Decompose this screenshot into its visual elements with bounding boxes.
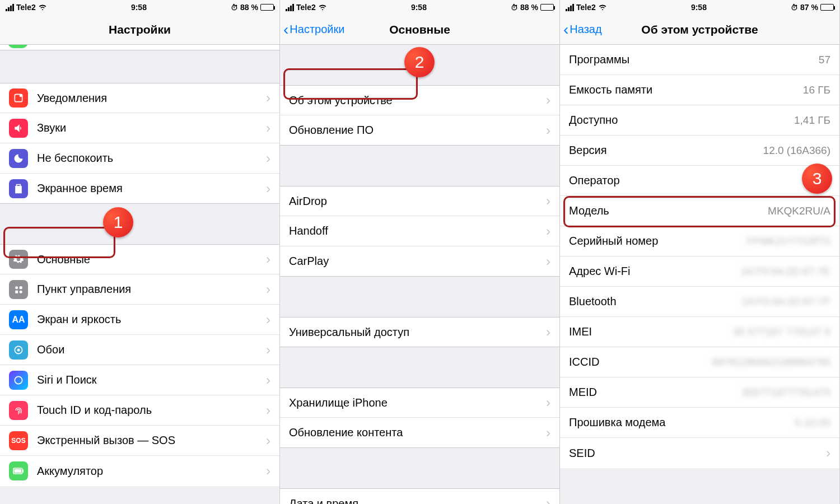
chevron-right-icon: › (546, 324, 550, 340)
nav-title: Основные (389, 23, 450, 36)
svg-point-8 (15, 376, 22, 384)
row-label: Экран и яркость (37, 313, 262, 326)
status-time: 9:58 (691, 3, 707, 12)
chevron-right-icon: › (266, 403, 270, 418)
chevron-right-icon: › (826, 445, 830, 461)
signal-icon (6, 4, 14, 11)
chevron-right-icon: › (266, 120, 270, 136)
status-time: 9:58 (411, 3, 427, 12)
row-value: 35 577187 778147 9 (733, 326, 830, 338)
row-label: Siri и Поиск (37, 374, 262, 386)
sos-icon: SOS (9, 431, 28, 450)
row-handoff[interactable]: Handoff › (280, 216, 559, 246)
step-badge-2: 2 (404, 47, 435, 77)
row-value: 24:F0:94:2D:87:7F (742, 296, 830, 308)
row-software-update[interactable]: Обновление ПО › (280, 115, 559, 146)
row-airdrop[interactable]: AirDrop › (280, 186, 559, 216)
row-sounds[interactable]: Звуки › (0, 113, 279, 143)
row-notifications[interactable]: Уведомления › (0, 83, 279, 113)
carrier-label: Tele2 (296, 3, 316, 12)
row-display[interactable]: AA Экран и яркость › (0, 305, 279, 335)
partial-toggle-row (0, 45, 279, 50)
svg-point-5 (20, 290, 22, 293)
step-badge-1: 1 (103, 207, 133, 237)
back-button[interactable]: ‹ Настройки (283, 15, 344, 44)
row-seid[interactable]: SEID › (560, 438, 839, 468)
row-value: 1,41 ГБ (794, 114, 830, 127)
row-value: MKQK2RU/A (768, 205, 830, 217)
screen-about: Tele2 9:58 ⏱ 87 % ‹ Назад Об этом устрой… (560, 0, 840, 504)
chevron-right-icon: › (266, 181, 270, 197)
dnd-icon (9, 149, 28, 168)
row-wifi-addr: Адрес Wi-Fi 24:F0:94:2D:87:7E (560, 256, 839, 287)
row-serial: Серийный номер FFMK2VYTGRT5 (560, 226, 839, 256)
back-button[interactable]: ‹ Назад (563, 15, 602, 44)
nav-title: Об этом устройстве (641, 23, 758, 36)
row-sos[interactable]: SOS Экстренный вызов — SOS › (0, 426, 279, 456)
row-siri[interactable]: Siri и Поиск › (0, 365, 279, 395)
row-label: ICCID (569, 356, 712, 368)
carrier-label: Tele2 (576, 3, 596, 12)
row-label: Емкость памяти (569, 83, 803, 96)
row-storage[interactable]: Хранилище iPhone › (280, 388, 559, 418)
display-icon: AA (9, 310, 28, 329)
svg-rect-10 (23, 470, 24, 473)
row-value: 16 ГБ (803, 84, 830, 96)
row-value: 24:F0:94:2D:87:7E (741, 265, 831, 278)
wallpaper-icon (9, 340, 28, 360)
row-general[interactable]: Основные › (0, 244, 279, 274)
row-datetime[interactable]: Дата и время › (280, 488, 559, 504)
screen-settings: Tele2 9:58 ⏱ 88 % Настройки Уведомления … (0, 0, 280, 504)
row-label: SEID (569, 447, 822, 460)
row-screentime[interactable]: Экранное время › (0, 174, 279, 204)
row-label: Об этом устройстве (289, 94, 542, 107)
alarm-icon: ⏱ (231, 3, 238, 12)
row-wallpaper[interactable]: Обои › (0, 335, 279, 365)
row-model: Модель MKQK2RU/A (560, 196, 839, 226)
row-modem: Прошивка модема 5.10.00 (560, 408, 839, 438)
row-iccid: ICCID 89781280662188884795 (560, 347, 839, 377)
nav-bar: Настройки (0, 15, 279, 45)
row-label: Не беспокоить (37, 152, 262, 165)
row-label: Аккумулятор (37, 465, 262, 478)
chevron-right-icon: › (266, 151, 270, 166)
chevron-right-icon: › (546, 254, 550, 269)
row-background-refresh[interactable]: Обновление контента › (280, 418, 559, 448)
row-accessibility[interactable]: Универсальный доступ › (280, 317, 559, 347)
row-carplay[interactable]: CarPlay › (280, 246, 559, 277)
chevron-right-icon: › (266, 342, 270, 358)
chevron-right-icon: › (546, 395, 550, 410)
chevron-right-icon: › (546, 92, 550, 108)
chevron-right-icon: › (546, 223, 550, 239)
status-time: 9:58 (131, 3, 147, 12)
siri-icon (9, 371, 28, 390)
row-label: Пункт управления (37, 283, 262, 296)
row-battery[interactable]: Аккумулятор › (0, 456, 279, 486)
nav-bar: ‹ Назад Об этом устройстве (560, 15, 839, 45)
row-label: Хранилище iPhone (289, 396, 542, 409)
row-bluetooth: Bluetooth 24:F0:94:2D:87:7F (560, 287, 839, 317)
svg-rect-4 (15, 290, 18, 293)
chevron-right-icon: › (546, 193, 550, 209)
battery-icon-row (9, 461, 28, 480)
row-label: Обои (37, 343, 262, 356)
svg-point-1 (20, 94, 22, 97)
wifi-icon (318, 3, 327, 12)
row-meid: MEID 355771877781479 (560, 377, 839, 408)
row-label: Touch ID и код-пароль (37, 404, 262, 417)
touchid-icon (9, 401, 28, 420)
row-about[interactable]: Об этом устройстве › (280, 85, 559, 115)
chevron-right-icon: › (546, 425, 550, 441)
row-control-center[interactable]: Пункт управления › (0, 274, 279, 305)
row-capacity: Емкость памяти 16 ГБ (560, 75, 839, 105)
row-dnd[interactable]: Не беспокоить › (0, 143, 279, 174)
row-touchid[interactable]: Touch ID и код-пароль › (0, 395, 279, 426)
row-label: Модель (569, 204, 768, 217)
control-center-icon (9, 280, 28, 299)
carrier-label: Tele2 (16, 3, 36, 12)
battery-percent: 88 % (520, 3, 538, 12)
row-label: Уведомления (37, 92, 262, 105)
row-label: Handoff (289, 225, 542, 237)
status-bar: Tele2 9:58 ⏱ 87 % (560, 0, 839, 15)
chevron-right-icon: › (546, 123, 550, 138)
